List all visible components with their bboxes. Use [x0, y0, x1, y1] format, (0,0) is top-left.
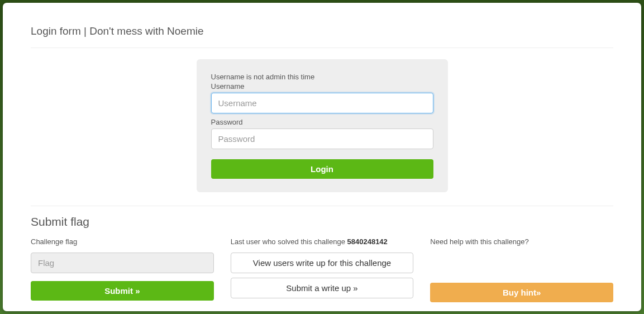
username-label: Username — [211, 82, 433, 91]
last-solver-prefix: Last user who solved this challenge — [231, 237, 347, 246]
flag-column: Challenge flag Submit » — [31, 237, 214, 302]
buy-hint-button[interactable]: Buy hint» — [430, 283, 613, 302]
main-panel: Login form | Don't mess with Noemie User… — [3, 3, 641, 311]
submit-flag-button[interactable]: Submit » — [31, 281, 214, 301]
password-label: Password — [211, 118, 433, 126]
writeup-column: Last user who solved this challenge 5840… — [231, 237, 414, 302]
login-button[interactable]: Login — [211, 159, 433, 179]
submit-writeup-button[interactable]: Submit a write up » — [231, 278, 414, 298]
view-writeup-button[interactable]: View users write up for this challenge — [231, 253, 414, 273]
spacer — [430, 253, 613, 275]
page-title: Login form | Don't mess with Noemie — [31, 25, 613, 48]
last-solver-id: 5840248142 — [347, 237, 388, 246]
password-input[interactable] — [211, 129, 433, 149]
section-divider — [31, 206, 613, 206]
submit-flag-title: Submit flag — [31, 215, 613, 229]
footer-columns: Challenge flag Submit » Last user who so… — [31, 237, 613, 302]
hint-column: Need help with this challenge? Buy hint» — [430, 237, 613, 302]
challenge-flag-label: Challenge flag — [31, 237, 214, 246]
last-solver-label: Last user who solved this challenge 5840… — [231, 237, 414, 246]
login-form-box: Username is not admin this time Username… — [197, 59, 448, 192]
flag-input[interactable] — [31, 253, 214, 273]
login-hint-text: Username is not admin this time — [211, 73, 433, 81]
need-help-label: Need help with this challenge? — [430, 237, 613, 246]
username-input[interactable] — [211, 93, 433, 113]
